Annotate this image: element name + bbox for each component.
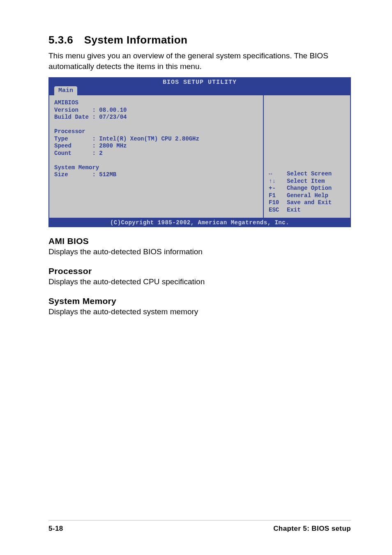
- bios-left-pane: AMIBIOS Version : 08.00.10 Build Date : …: [48, 95, 264, 219]
- section-number: 5.3.6: [48, 34, 73, 46]
- bios-title: BIOS SETUP UTILITY: [48, 78, 351, 86]
- page-footer: 5-18 Chapter 5: BIOS setup: [48, 520, 351, 533]
- page-number: 5-18: [48, 525, 63, 533]
- version-label: Version: [54, 107, 78, 113]
- processor-text: Displays the auto-detected CPU specifica…: [48, 277, 351, 287]
- left-right-arrow-icon: ↔: [269, 170, 274, 178]
- help-change-option: +- Change Option: [269, 185, 346, 192]
- proc-count-value: 2: [99, 150, 102, 157]
- version-value: 08.00.10: [99, 107, 127, 113]
- memory-size-value: 512MB: [99, 171, 116, 178]
- proc-speed-label: Speed: [54, 143, 71, 149]
- help-select-item: ↑↓ Select Item: [269, 178, 346, 185]
- system-memory-text: Displays the auto-detected system memory: [48, 307, 351, 317]
- memory-size-label: Size: [54, 171, 68, 178]
- processor-label: Processor: [54, 128, 85, 135]
- bios-body: AMIBIOS Version : 08.00.10 Build Date : …: [48, 95, 351, 219]
- proc-count-label: Count: [54, 150, 71, 157]
- system-memory-heading: System Memory: [48, 296, 351, 306]
- ami-bios-text: Displays the auto-detected BIOS informat…: [48, 247, 351, 257]
- ami-bios-heading: AMI BIOS: [48, 236, 351, 246]
- amibios-label: AMIBIOS: [54, 99, 78, 106]
- chapter-label: Chapter 5: BIOS setup: [273, 525, 351, 533]
- proc-type-value: Intel(R) Xeon(TM) CPU 2.80GHz: [99, 136, 199, 142]
- intro-paragraph: This menu gives you an overview of the g…: [48, 51, 351, 71]
- build-date-value: 07/23/04: [99, 114, 127, 120]
- section-heading: 5.3.6 System Information: [48, 34, 351, 46]
- bios-help-block: ↔ Select Screen ↑↓ Select Item +- Change…: [269, 170, 346, 214]
- processor-heading: Processor: [48, 266, 351, 276]
- help-save-exit: F10 Save and Exit: [269, 199, 346, 207]
- proc-type-label: Type: [54, 136, 68, 142]
- section-title: System Information: [84, 34, 188, 46]
- help-exit: ESC Exit: [269, 207, 346, 214]
- bios-tab-main: Main: [54, 86, 77, 95]
- bios-right-pane: ↔ Select Screen ↑↓ Select Item +- Change…: [264, 95, 351, 219]
- system-memory-label: System Memory: [54, 164, 99, 171]
- up-down-arrow-icon: ↑↓: [269, 178, 274, 185]
- help-select-screen: ↔ Select Screen: [269, 170, 346, 178]
- bios-setup-utility: BIOS SETUP UTILITY Main AMIBIOS Version …: [48, 77, 351, 227]
- help-general-help: F1 General Help: [269, 192, 346, 200]
- build-date-label: Build Date: [54, 114, 89, 120]
- bios-tab-row: Main: [48, 86, 351, 95]
- proc-speed-value: 2800 MHz: [99, 143, 127, 149]
- bios-copyright: (C)Copyright 1985-2002, American Megatre…: [48, 219, 351, 227]
